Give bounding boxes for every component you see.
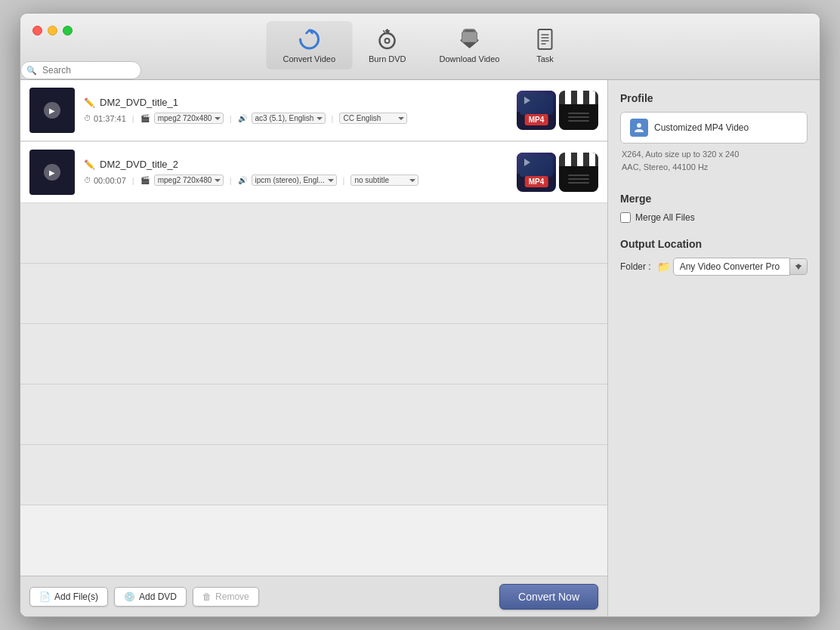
file-thumbnail-2[interactable]: ▶ (29, 150, 75, 195)
output-section: Output Location Folder : 📁 Any Video Con… (620, 238, 808, 276)
profile-detail-1: X264, Auto size up to 320 x 240 (622, 148, 806, 161)
empty-section-5 (20, 445, 607, 505)
toolbar-item-convert-video[interactable]: Convert Video (267, 21, 353, 69)
search-input[interactable] (20, 61, 141, 79)
task-label: Task (536, 54, 554, 63)
add-dvd-label: Add DVD (139, 591, 177, 602)
titlebar: Convert Video Burn DVD (20, 14, 820, 80)
minimize-button[interactable] (48, 26, 57, 36)
folder-select[interactable]: Any Video Converter Pro (673, 258, 790, 276)
convert-video-label: Convert Video (283, 54, 336, 63)
remove-label: Remove (215, 591, 249, 602)
remove-icon: 🗑 (202, 591, 212, 602)
output-title: Output Location (620, 238, 808, 250)
main-content: ▶ ✏️ DM2_DVD_title_1 ⏱ 01:37:41 | (20, 80, 820, 616)
toolbar-item-task[interactable]: Task (516, 21, 573, 69)
svg-point-1 (385, 39, 390, 43)
folder-label: Folder : (620, 261, 651, 272)
file-item: ▶ ✏️ DM2_DVD_title_1 ⏱ 01:37:41 | (20, 80, 607, 141)
file-info-1: ✏️ DM2_DVD_title_1 ⏱ 01:37:41 | 🎬 mpeg (84, 97, 508, 124)
convert-now-button[interactable]: Convert Now (499, 584, 598, 610)
svg-marker-9 (524, 159, 530, 166)
search-bar (20, 61, 141, 79)
merge-checkbox-row: Merge All Files (620, 212, 808, 223)
profile-name: Customized MP4 Video (654, 122, 749, 133)
profile-section: Profile Customized MP4 Video X264, Auto … (620, 92, 808, 178)
profile-title: Profile (620, 92, 808, 104)
close-button[interactable] (32, 26, 42, 36)
remove-button[interactable]: 🗑 Remove (193, 587, 259, 607)
task-icon (533, 27, 557, 51)
folder-icon: 📁 (657, 261, 670, 273)
svg-rect-3 (538, 29, 551, 49)
toolbar-item-burn-dvd[interactable]: Burn DVD (352, 21, 423, 69)
clapper-icon-2[interactable] (559, 153, 598, 192)
video-icon-2: 🎬 (141, 176, 150, 184)
convert-video-icon (297, 27, 321, 51)
svg-point-0 (380, 33, 395, 48)
chevron-down-icon (795, 262, 802, 271)
right-panel: Profile Customized MP4 Video X264, Auto … (608, 80, 820, 616)
clock-icon-2: ⏱ (84, 176, 91, 184)
svg-marker-8 (524, 97, 530, 104)
file-list: ▶ ✏️ DM2_DVD_title_1 ⏱ 01:37:41 | (20, 80, 607, 576)
format-icon-1[interactable]: MP4 (517, 91, 556, 130)
duration-1: ⏱ 01:37:41 (84, 114, 126, 123)
file-meta-2: ⏱ 00:00:07 | 🎬 mpeg2 720x480 | 🔊 i (84, 174, 508, 186)
merge-title: Merge (620, 193, 808, 205)
file-name-row-1: ✏️ DM2_DVD_title_1 (84, 97, 508, 108)
merge-section: Merge Merge All Files (620, 193, 808, 223)
subtitle-select-1[interactable]: CC English (339, 113, 407, 124)
file-info-2: ✏️ DM2_DVD_title_2 ⏱ 00:00:07 | 🎬 mpeg (84, 159, 508, 186)
file-name-1: DM2_DVD_title_1 (100, 97, 178, 108)
folder-dropdown-button[interactable] (790, 258, 808, 275)
profile-details: X264, Auto size up to 320 x 240 AAC, Ste… (620, 144, 808, 178)
download-video-label: Download Video (440, 54, 500, 63)
traffic-lights (32, 26, 73, 36)
burn-dvd-label: Burn DVD (369, 54, 406, 63)
clapper-icon-1[interactable] (559, 91, 598, 130)
burn-dvd-icon (375, 27, 400, 51)
file-name-row-2: ✏️ DM2_DVD_title_2 (84, 159, 508, 170)
file-item-2: ▶ ✏️ DM2_DVD_title_2 ⏱ 00:00:07 | (20, 141, 607, 203)
download-video-icon (458, 27, 482, 51)
left-panel: ▶ ✏️ DM2_DVD_title_1 ⏱ 01:37:41 | (20, 80, 608, 616)
video-codec-select-2[interactable]: mpeg2 720x480 (154, 174, 224, 186)
profile-box[interactable]: Customized MP4 Video (620, 112, 808, 144)
play-button-1[interactable]: ▶ (44, 102, 60, 119)
play-button-2[interactable]: ▶ (44, 164, 60, 181)
duration-2: ⏱ 00:00:07 (84, 176, 126, 185)
bottom-bar: 📄 Add File(s) 💿 Add DVD 🗑 Remove Convert… (20, 576, 607, 616)
file-thumbnail-1[interactable]: ▶ (29, 88, 75, 133)
profile-detail-2: AAC, Stereo, 44100 Hz (622, 161, 806, 174)
svg-point-10 (637, 123, 641, 128)
format-icon-2[interactable]: MP4 (517, 153, 556, 192)
clock-icon-1: ⏱ (84, 114, 91, 122)
add-dvd-icon: 💿 (124, 591, 135, 602)
subtitle-select-2[interactable]: no subtitle (351, 174, 418, 186)
empty-section-2 (20, 264, 607, 324)
file-actions-2: MP4 (517, 153, 598, 192)
add-files-label: Add File(s) (54, 591, 98, 602)
empty-section-3 (20, 324, 607, 384)
add-files-button[interactable]: 📄 Add File(s) (29, 587, 108, 607)
main-window: Convert Video Burn DVD (20, 13, 820, 617)
file-name-2: DM2_DVD_title_2 (100, 159, 178, 170)
folder-select-wrapper: 📁 Any Video Converter Pro (657, 258, 808, 276)
edit-icon-1[interactable]: ✏️ (84, 97, 95, 108)
merge-label: Merge All Files (635, 212, 695, 223)
file-actions-1: MP4 (517, 91, 598, 130)
toolbar-item-download-video[interactable]: Download Video (423, 21, 517, 69)
video-codec-select-1[interactable]: mpeg2 720x480 (154, 113, 224, 124)
folder-row: Folder : 📁 Any Video Converter Pro (620, 258, 808, 276)
maximize-button[interactable] (63, 26, 73, 36)
edit-icon-2[interactable]: ✏️ (84, 159, 95, 170)
empty-section-1 (20, 203, 607, 264)
svg-rect-2 (462, 32, 477, 42)
add-dvd-button[interactable]: 💿 Add DVD (114, 587, 187, 607)
video-icon-1: 🎬 (141, 114, 150, 122)
toolbar: Convert Video Burn DVD (267, 21, 574, 69)
audio-codec-select-1[interactable]: ac3 (5.1), English (252, 113, 326, 124)
audio-codec-select-2[interactable]: ipcm (stereo), Engl... (252, 174, 337, 186)
merge-checkbox[interactable] (620, 212, 631, 223)
